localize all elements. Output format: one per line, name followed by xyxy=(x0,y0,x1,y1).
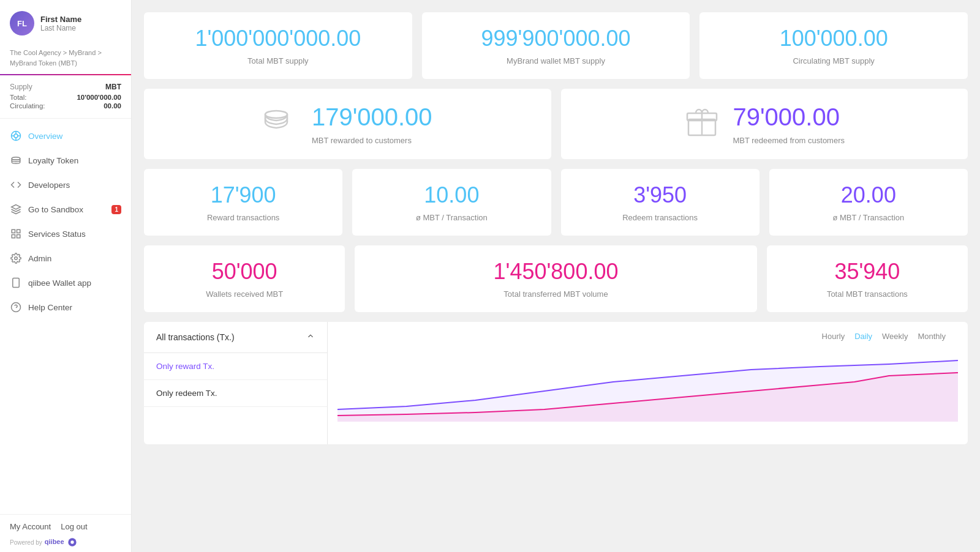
supply-section: Supply MBT Total: 10'000'000.00 Circulat… xyxy=(0,75,131,119)
time-filter-weekly[interactable]: Weekly xyxy=(882,332,908,341)
mbt-redeemed-value: 79'000.00 xyxy=(733,103,839,131)
wallets-received-card: 50'000 Wallets received MBT xyxy=(144,245,345,312)
svg-point-1 xyxy=(14,134,18,138)
mbt-redeemed-card: 79'000.00 MBT redeemed from customers xyxy=(561,89,968,159)
avg-mbt-reward-label: ø MBT / Transaction xyxy=(416,213,488,222)
total-tx-value: 35'940 xyxy=(834,259,900,285)
tx-filter-reward[interactable]: Only reward Tx. xyxy=(144,353,327,380)
user-info: First Name Last Name xyxy=(40,15,81,32)
log-out-link[interactable]: Log out xyxy=(61,522,87,531)
mbt-rewarded-card: 179'000.00 MBT rewarded to customers xyxy=(144,89,551,159)
total-transferred-label: Total transferred MBT volume xyxy=(503,289,608,299)
wallets-received-value: 50'000 xyxy=(212,259,277,285)
sandbox-badge: 1 xyxy=(111,205,121,214)
time-filter-group: Hourly Daily Weekly Monthly xyxy=(337,322,958,348)
powered-by: Powered by qiibee xyxy=(10,537,121,547)
circulating-value: 00.00 xyxy=(104,102,121,110)
tx-filter-sidebar: All transactions (Tx.) Only reward Tx. O… xyxy=(144,322,328,444)
svg-rect-11 xyxy=(17,235,20,238)
sidebar-item-loyalty-token[interactable]: Loyalty Token xyxy=(0,148,131,173)
avg-mbt-redeem-card: 20.00 ø MBT / Transaction xyxy=(769,169,968,236)
mbt-redeemed-label: MBT redeemed from customers xyxy=(733,136,845,145)
tx-filter-redeem[interactable]: Only redeem Tx. xyxy=(144,380,327,407)
avg-mbt-reward-card: 10.00 ø MBT / Transaction xyxy=(352,169,551,236)
sandbox-icon xyxy=(10,203,22,215)
sidebar-item-overview[interactable]: Overview xyxy=(0,124,131,148)
bottom-stats-row: 50'000 Wallets received MBT 1'450'800.00… xyxy=(144,245,968,312)
svg-point-18 xyxy=(70,540,74,543)
sidebar-footer: My Account Log out Powered by qiibee xyxy=(0,514,131,552)
redeem-tx-card: 3'950 Redeem transactions xyxy=(561,169,760,236)
sidebar-item-label: Admin xyxy=(28,254,51,263)
total-transferred-value: 1'450'800.00 xyxy=(494,259,619,285)
chart-area xyxy=(337,348,958,422)
gear-icon xyxy=(10,252,22,264)
overview-icon xyxy=(10,130,22,142)
circulating-supply-label: Circulating MBT supply xyxy=(793,56,874,65)
svg-rect-8 xyxy=(12,229,15,233)
total-tx-label: Total MBT transactions xyxy=(827,289,908,299)
sidebar-item-services-status[interactable]: Services Status xyxy=(0,222,131,246)
coins-icon xyxy=(263,102,300,146)
circulating-supply-value: 100'000.00 xyxy=(780,26,888,51)
tx-chart-area: Hourly Daily Weekly Monthly xyxy=(328,322,968,444)
time-filter-hourly[interactable]: Hourly xyxy=(822,332,845,341)
total-transferred-card: 1'450'800.00 Total transferred MBT volum… xyxy=(355,245,757,312)
wallets-received-label: Wallets received MBT xyxy=(206,289,283,299)
svg-rect-9 xyxy=(17,229,20,233)
avg-mbt-redeem-value: 20.00 xyxy=(841,182,896,208)
sidebar-item-sandbox[interactable]: Go to Sandbox 1 xyxy=(0,197,131,222)
svg-marker-7 xyxy=(12,205,21,210)
my-account-link[interactable]: My Account xyxy=(10,522,51,531)
redeem-tx-value: 3'950 xyxy=(633,182,687,208)
svg-rect-10 xyxy=(12,235,15,238)
wallet-supply-label: MyBrand wallet MBT supply xyxy=(507,56,605,65)
svg-point-19 xyxy=(265,111,287,118)
sidebar-item-label: Loyalty Token xyxy=(28,156,78,165)
sidebar-item-help[interactable]: Help Center xyxy=(0,295,131,319)
sidebar-item-label: Go to Sandbox xyxy=(28,205,83,214)
qiibee-brand: qiibee xyxy=(45,537,77,547)
sidebar-item-label: Developers xyxy=(28,181,70,190)
services-icon xyxy=(10,228,22,240)
redeem-tx-label: Redeem transactions xyxy=(622,213,698,222)
total-supply-label: Total MBT supply xyxy=(247,56,308,65)
sidebar: FL First Name Last Name The Cool Agency … xyxy=(0,0,132,552)
top-stats-row: 1'000'000'000.00 Total MBT supply 999'90… xyxy=(144,12,968,79)
sidebar-item-label: Overview xyxy=(28,132,62,141)
tx-header-label: All transactions (Tx.) xyxy=(156,332,235,342)
reward-tx-value: 17'900 xyxy=(211,182,276,208)
sidebar-item-developers[interactable]: Developers xyxy=(0,173,131,197)
total-supply-card: 1'000'000'000.00 Total MBT supply xyxy=(144,12,412,79)
sidebar-item-label: Services Status xyxy=(28,229,86,239)
tx-header[interactable]: All transactions (Tx.) xyxy=(144,322,327,353)
total-tx-card: 35'940 Total MBT transactions xyxy=(767,245,968,312)
total-supply-value: 1'000'000'000.00 xyxy=(195,26,361,51)
user-first-name: First Name xyxy=(40,15,81,24)
reward-tx-label: Reward transactions xyxy=(207,213,280,222)
sidebar-nav: Overview Loyalty Token Developers xyxy=(0,119,131,514)
sidebar-item-label: Help Center xyxy=(28,303,72,312)
circulating-label: Circulating: xyxy=(10,102,45,110)
sidebar-item-admin[interactable]: Admin xyxy=(0,246,131,270)
total-value: 10'000'000.00 xyxy=(77,94,121,101)
code-icon xyxy=(10,179,22,191)
transactions-section: All transactions (Tx.) Only reward Tx. O… xyxy=(144,322,968,444)
gift-icon xyxy=(684,102,720,146)
mbt-rewarded-label: MBT rewarded to customers xyxy=(312,136,412,145)
sidebar-item-wallet[interactable]: qiibee Wallet app xyxy=(0,270,131,295)
wallet-supply-value: 999'900'000.00 xyxy=(481,26,631,51)
loyalty-icon xyxy=(10,154,22,166)
time-filter-monthly[interactable]: Monthly xyxy=(918,332,946,341)
time-filter-daily[interactable]: Daily xyxy=(854,332,872,341)
user-last-name: Last Name xyxy=(40,24,81,32)
avatar: FL xyxy=(10,11,34,35)
avg-mbt-redeem-label: ø MBT / Transaction xyxy=(832,213,904,222)
mid-stats-row: 179'000.00 MBT rewarded to customers xyxy=(144,89,968,159)
svg-point-12 xyxy=(15,257,18,260)
total-label: Total: xyxy=(10,94,27,101)
chevron-up-icon xyxy=(306,332,315,343)
wallet-supply-card: 999'900'000.00 MyBrand wallet MBT supply xyxy=(422,12,690,79)
breadcrumb: The Cool Agency > MyBrand > MyBrand Toke… xyxy=(0,44,131,75)
tx-stats-row: 17'900 Reward transactions 10.00 ø MBT /… xyxy=(144,169,968,236)
